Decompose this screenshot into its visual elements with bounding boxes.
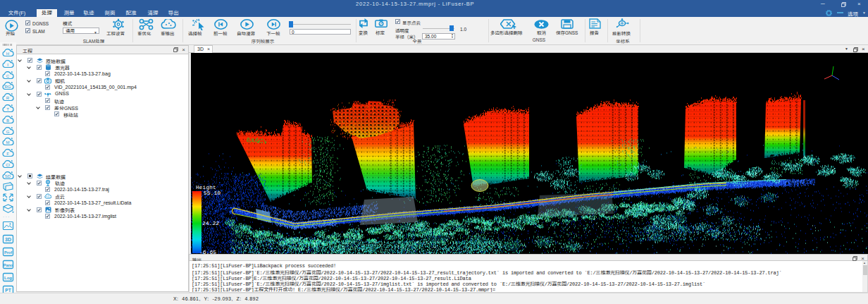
svg-text:PT: PT <box>5 288 11 293</box>
svg-text:24.22: 24.22 <box>202 220 219 226</box>
svg-text:Prof: Prof <box>4 250 12 255</box>
svg-text:G: G <box>6 130 10 134</box>
svg-text:H: H <box>6 51 9 56</box>
svg-text:M: M <box>6 140 10 145</box>
svg-text:Log: Log <box>4 276 12 280</box>
svg-text:Pano: Pano <box>4 263 13 267</box>
svg-text:55.10: 55.10 <box>204 190 221 196</box>
svg-text:Cl: Cl <box>6 163 10 167</box>
svg-text:-6.65: -6.65 <box>199 249 216 254</box>
svg-text:B: B <box>6 118 9 123</box>
svg-text:F: F <box>6 152 9 156</box>
svg-text:3D: 3D <box>5 237 11 242</box>
